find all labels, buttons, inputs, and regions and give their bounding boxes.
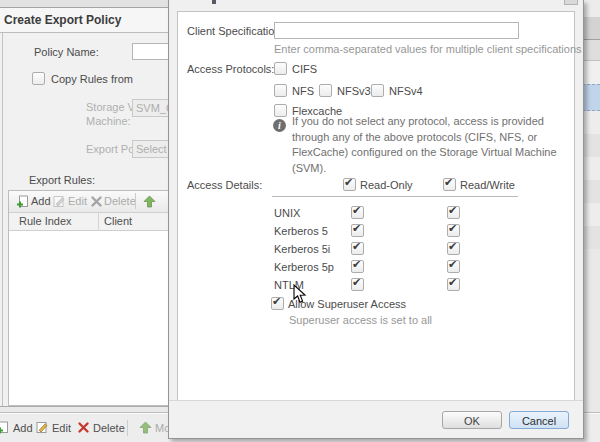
background-grid-row bbox=[582, 61, 600, 84]
unix-read-write-checkbox[interactable] bbox=[447, 206, 460, 219]
toolbar-separator bbox=[127, 420, 128, 436]
background-window bbox=[582, 0, 600, 412]
perm-row-label: Kerberos 5i bbox=[274, 243, 330, 255]
policy-dialog-title: Create Export Policy bbox=[4, 13, 121, 27]
client-spec-hint: Enter comma-separated values for multipl… bbox=[274, 43, 582, 55]
background-strip bbox=[0, 0, 170, 8]
kerberos5p-read-write-checkbox[interactable] bbox=[447, 260, 460, 273]
svm-select-field[interactable]: SVM_G bbox=[132, 99, 170, 117]
nfsv4-checkbox[interactable] bbox=[371, 84, 384, 97]
flexcache-checkbox[interactable] bbox=[274, 104, 287, 117]
perm-row-label: Kerberos 5p bbox=[274, 261, 334, 273]
kerberos5i-read-write-checkbox[interactable] bbox=[447, 242, 460, 255]
move-up-icon[interactable] bbox=[143, 195, 156, 208]
background-toolbar-strip bbox=[582, 17, 600, 40]
access-protocols-label: Access Protocols: bbox=[187, 63, 274, 75]
read-write-label: Read/Write bbox=[460, 179, 515, 191]
nfsv3-checkbox[interactable] bbox=[319, 84, 332, 97]
copy-rules-label: Copy Rules from bbox=[51, 73, 133, 85]
column-header-rule-index[interactable]: Rule Index bbox=[19, 215, 72, 227]
kerberos5-read-write-checkbox[interactable] bbox=[447, 224, 460, 237]
close-button-fragment[interactable] bbox=[564, 0, 578, 5]
edit-button[interactable]: Edit bbox=[52, 422, 71, 434]
background-grid-row bbox=[582, 111, 600, 134]
background-grid-header bbox=[582, 40, 600, 61]
ntlm-read-only-checkbox[interactable] bbox=[351, 278, 364, 291]
delete-icon[interactable] bbox=[77, 421, 90, 434]
read-only-label: Read-Only bbox=[360, 179, 413, 191]
svm-label-line2: Machine: bbox=[86, 115, 131, 127]
toolbar-separator bbox=[135, 193, 136, 209]
export-rules-label: Export Rules: bbox=[29, 174, 95, 186]
create-export-rule-dialog: Client Specification: Enter comma-separa… bbox=[168, 0, 584, 439]
policy-name-label: Policy Name: bbox=[34, 46, 99, 58]
read-write-checkbox[interactable] bbox=[443, 178, 456, 191]
kerberos5-read-only-checkbox[interactable] bbox=[351, 224, 364, 237]
client-spec-input[interactable] bbox=[274, 22, 519, 39]
move-up-icon[interactable] bbox=[139, 421, 152, 434]
delete-icon[interactable] bbox=[90, 195, 103, 208]
dialog-title-fragment bbox=[212, 0, 216, 4]
allow-superuser-checkbox[interactable] bbox=[271, 297, 284, 310]
kerberos5p-read-only-checkbox[interactable] bbox=[351, 260, 364, 273]
perm-row-label: UNIX bbox=[274, 207, 300, 219]
policy-dialog-body: Policy Name: Copy Rules from Storage Vir… bbox=[0, 33, 170, 407]
edit-icon[interactable] bbox=[36, 421, 49, 434]
nfs-label: NFS bbox=[292, 85, 314, 97]
kerberos5i-read-only-checkbox[interactable] bbox=[351, 242, 364, 255]
column-divider[interactable] bbox=[98, 213, 99, 230]
rules-table-body bbox=[9, 231, 170, 405]
access-details-label: Access Details: bbox=[187, 179, 262, 191]
nfsv4-label: NFSv4 bbox=[389, 85, 423, 97]
export-rules-panel: Add Edit Delete Rule In bbox=[8, 190, 170, 406]
background-grid-row bbox=[582, 157, 600, 180]
screen: Add Edit Delete Mo Create Export Policy … bbox=[0, 0, 600, 442]
client-spec-label: Client Specification: bbox=[187, 25, 284, 37]
info-icon: i bbox=[273, 119, 286, 132]
ntlm-read-write-checkbox[interactable] bbox=[447, 278, 460, 291]
cancel-button[interactable]: Cancel bbox=[509, 411, 569, 429]
unix-read-only-checkbox[interactable] bbox=[351, 206, 364, 219]
read-only-checkbox[interactable] bbox=[343, 178, 356, 191]
mouse-cursor bbox=[293, 284, 307, 304]
background-grid-row bbox=[582, 203, 600, 226]
delete-button[interactable]: Delete bbox=[93, 422, 125, 434]
edit-icon[interactable] bbox=[53, 195, 66, 208]
nfs-checkbox[interactable] bbox=[274, 84, 287, 97]
add-icon[interactable] bbox=[16, 195, 29, 208]
background-grid-row bbox=[582, 134, 600, 157]
add-rule-button[interactable]: Add bbox=[31, 195, 51, 207]
add-icon[interactable] bbox=[0, 421, 9, 434]
background-area bbox=[582, 0, 600, 17]
background-selected-row[interactable] bbox=[582, 84, 600, 111]
background-grid-row bbox=[582, 226, 600, 249]
superuser-note: Superuser access is set to all bbox=[289, 314, 432, 326]
export-rules-toolbar: Add Edit Delete bbox=[9, 191, 170, 213]
column-header-client[interactable]: Client bbox=[104, 215, 132, 227]
copy-rules-checkbox[interactable] bbox=[32, 72, 45, 85]
policy-name-input[interactable] bbox=[132, 43, 170, 60]
nfsv3-label: NFSv3 bbox=[337, 85, 371, 97]
divider bbox=[272, 196, 518, 197]
cifs-checkbox[interactable] bbox=[274, 62, 287, 75]
export-policy-select-field[interactable]: Select bbox=[132, 140, 170, 158]
background-area bbox=[582, 249, 600, 412]
delete-rule-button[interactable]: Delete bbox=[104, 195, 136, 207]
edit-rule-button[interactable]: Edit bbox=[68, 195, 87, 207]
cifs-label: CIFS bbox=[292, 63, 317, 75]
background-grid-row bbox=[582, 180, 600, 203]
perm-row-label: Kerberos 5 bbox=[274, 225, 328, 237]
ok-button[interactable]: OK bbox=[442, 411, 502, 429]
policy-dialog-titlebar: Create Export Policy bbox=[0, 8, 170, 33]
rules-table-header: Rule Index Client bbox=[9, 213, 170, 231]
rule-dialog-content: Client Specification: Enter comma-separa… bbox=[177, 11, 575, 401]
protocol-info-note: If you do not select any protocol, acces… bbox=[292, 114, 562, 176]
rule-dialog-footer: OK Cancel bbox=[169, 400, 583, 434]
create-export-policy-dialog: Create Export Policy Policy Name: Copy R… bbox=[0, 0, 170, 412]
add-button[interactable]: Add bbox=[13, 422, 33, 434]
